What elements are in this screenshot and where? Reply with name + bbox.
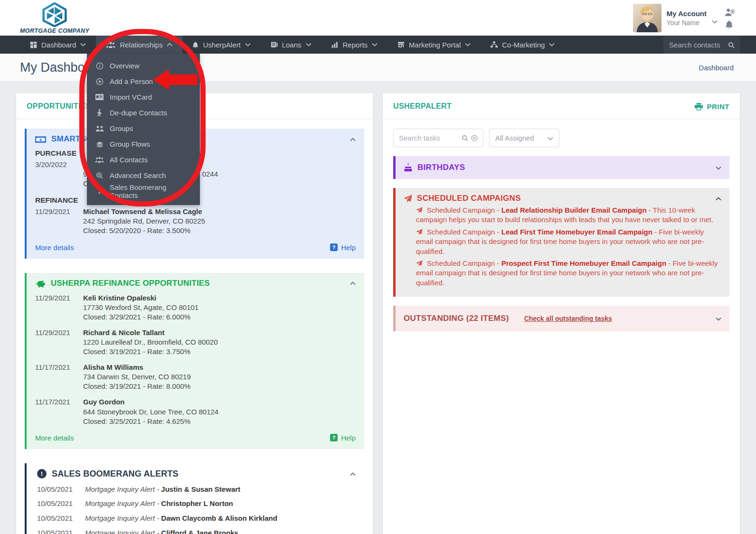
account-area: My Account Your Name [633,4,735,32]
account-username: Your Name [667,19,707,27]
users-icon [95,156,104,163]
collapse-chevron-up-icon[interactable] [350,469,356,478]
campaign-name[interactable]: Lead First Time Homebuyer Email Campaign [501,228,652,236]
search-icon[interactable] [728,40,735,49]
birthdays-title: BIRTHDAYS [417,163,465,172]
opportunity-entry: 11/29/2021 Keli Kristine Opaleski 17730 … [35,293,356,322]
opportunity-entry: 11/17/2021 Alisha M Williams 734 Darwin … [35,363,356,391]
usherpalert-title: USHERPALERT [393,102,452,111]
bell-icon [192,41,198,48]
print-button[interactable]: PRINT [695,102,730,111]
chevron-down-icon [549,43,555,47]
menu-item-sales-boomerang-contacts[interactable]: Sales Boomerang Contacts [87,183,200,199]
menu-item-advanced-search[interactable]: Advanced Search [87,168,200,183]
assigned-filter-select[interactable]: All Assigned [489,129,559,147]
menu-item-de-dupe-contacts[interactable]: De-dupe Contacts [87,105,200,121]
help-link[interactable]: ? Help [330,434,356,442]
search-contacts-input[interactable] [669,41,724,49]
campaign-name[interactable]: Lead Relationship Builder Email Campaign [501,206,647,214]
more-details-link[interactable]: More details [35,244,74,252]
entry-date: 11/29/2021 [35,207,83,235]
help-link[interactable]: ? Help [330,244,356,252]
menu-item-all-contacts[interactable]: All Contacts [87,152,200,168]
campaign-entry: Scheduled Campaign - Lead First Time Hom… [416,227,721,256]
menu-item-add-a-person[interactable]: Add a Person [87,74,200,89]
check-outstanding-tasks-link[interactable]: Check all outstanding tasks [524,315,612,322]
dashboard-grid-icon [30,41,37,48]
piggy-bank-icon [35,279,46,287]
more-details-link[interactable]: More details [35,434,74,442]
person-icon [95,109,104,117]
relationships-dropdown-menu: Overview Add a Person Import VCard De-du… [87,54,200,205]
expand-chevron-down-icon[interactable] [716,163,721,172]
campaigns-head: SCHEDULED CAMPAIGNS [404,194,721,203]
collapse-chevron-up-icon[interactable] [716,194,721,203]
sitemap-icon [491,41,498,48]
person-add-icon[interactable] [725,8,735,17]
boomerang-head: ! SALES BOOMERANG ALERTS [37,469,356,479]
nav-item-reports[interactable]: Reports [321,36,388,54]
opportunity-entry: 11/29/2021 Richard & Nicole Tallant 1220… [35,328,356,356]
refinance-opportunities-card: USHERPA REFINANCE OPPORTUNITIES 11/29/20… [25,273,364,449]
birthday-cake-icon [404,163,413,172]
birthdays-section: BIRTHDAYS [393,156,729,179]
opportunity-entry: 11/17/2021 Guy Gordon 644 Stoneybrook Dr… [35,397,356,426]
book-icon [271,41,278,48]
money-icon: $ [35,135,46,143]
bell-icon[interactable] [725,20,735,28]
company-logo[interactable]: MORTGAGE COMPANY [20,2,89,34]
task-filter-row: All Assigned [393,129,729,147]
chevron-down-icon [465,43,471,47]
avatar[interactable] [633,4,662,32]
top-header: MORTGAGE COMPANY My Account [0,0,756,36]
chevron-down-icon [245,43,251,47]
chevron-right-icon [95,188,104,194]
chevron-down-icon[interactable] [712,17,718,26]
campaigns-title: SCHEDULED CAMPAIGNS [417,194,521,203]
refi-head: USHERPA REFINANCE OPPORTUNITIES [35,279,356,288]
menu-item-import-vcard[interactable]: Import VCard [87,89,200,105]
opportunities-title: OPPORTUNITIES [27,102,91,111]
alert-row: 10/05/2021 Mortgage Inquiry Alert - Chri… [37,498,356,509]
clear-search-icon[interactable] [471,134,478,142]
menu-item-group-flows[interactable]: Group Flows [87,136,200,152]
menu-item-overview[interactable]: Overview [87,58,200,74]
nav-item-loans[interactable]: Loans [261,36,321,54]
alert-row: 10/05/2021 Mortgage Inquiry Alert - Dawn… [37,513,356,524]
account-title: My Account [667,9,707,19]
usherpalert-panel: USHERPALERT PRINT All Assigned [382,93,740,534]
birthdays-head: BIRTHDAYS [404,163,721,172]
nav-item-dashboard[interactable]: Dashboard [20,36,96,54]
search-tasks-input[interactable] [399,134,459,142]
main-nav: Dashboard Relationships UsherpAlert Loan… [0,36,756,54]
paper-plane-icon [416,260,423,266]
chevron-down-icon [306,43,312,47]
refi-footer: More details ? Help [35,434,356,442]
help-icon: ? [330,434,338,441]
outstanding-title: OUTSTANDING (22 ITEMS) [404,314,509,323]
entry-date: 3/20/2022 [35,160,83,188]
info-circle-icon [95,62,104,70]
nav-item-usherpalert[interactable]: UsherpAlert [182,36,260,54]
nav-item-marketing-portal[interactable]: Marketing Portal [387,36,481,54]
outstanding-head: OUTSTANDING (22 ITEMS) Check all outstan… [404,314,721,323]
contact-search-box [663,36,740,54]
refi-title: USHERPA REFINANCE OPPORTUNITIES [51,279,210,288]
collapse-chevron-up-icon[interactable] [350,135,356,143]
search-icon[interactable] [462,134,468,142]
users-icon [106,41,115,48]
nav-item-co-marketing[interactable]: Co-Marketing [481,36,565,54]
campaign-name[interactable]: Prospect First Time Homebuyer Email Camp… [501,259,666,267]
paper-plane-icon [404,194,412,203]
usherpalert-body: All Assigned BIRTHDAYS S [383,119,740,341]
nav-item-relationships[interactable]: Relationships [96,36,182,54]
menu-item-groups[interactable]: Groups [87,121,200,136]
storefront-icon [397,41,405,48]
alert-row: 10/05/2021 Mortgage Inquiry Alert - Just… [37,484,356,495]
task-search-box [393,129,483,147]
expand-chevron-down-icon[interactable] [716,314,721,323]
breadcrumb[interactable]: Dashboard [699,64,734,72]
smartscore-footer: More details ? Help [35,244,356,252]
logo-house-icon [42,2,67,27]
collapse-chevron-up-icon[interactable] [350,279,356,288]
